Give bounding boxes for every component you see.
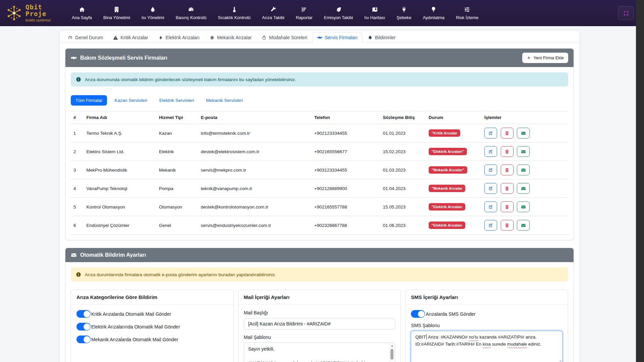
email-button[interactable] <box>517 201 530 212</box>
cell-phone: +903123334455 <box>312 161 380 179</box>
nav-item-10[interactable]: Şebeke <box>396 6 411 20</box>
delete-button[interactable] <box>501 220 514 231</box>
info-circle-icon <box>76 272 81 277</box>
cell-row-number: 1 <box>71 124 84 142</box>
email-button[interactable] <box>517 146 530 157</box>
nav-item-11[interactable]: Aydınlatma <box>423 6 445 20</box>
textarea-resize-handle[interactable] <box>558 360 561 362</box>
scrollbar-thumb[interactable] <box>390 349 393 360</box>
cell-contract-end: 01.06.2023 <box>380 216 426 235</box>
scrollbar-up-arrow[interactable]: ▲ <box>391 343 393 348</box>
nav-item-9[interactable]: Isı Haritası <box>364 6 385 20</box>
textarea-scrollbar[interactable]: ▲ ▼ <box>389 343 394 362</box>
expand-icon <box>623 10 629 16</box>
cell-email: servis@mekpro.com.tr <box>198 161 312 179</box>
mail-toggle-row: Elektrik Arızalarında Otomatik Mail Gönd… <box>76 323 228 330</box>
edit-button[interactable] <box>484 128 497 138</box>
fullscreen-button[interactable] <box>618 6 634 20</box>
tab-7[interactable]: Bildirimler <box>363 32 400 43</box>
mail-subject-input[interactable] <box>244 318 395 329</box>
handshake-icon <box>71 55 77 61</box>
bolt-icon <box>158 35 163 40</box>
mail-toggle-switch[interactable] <box>76 336 91 343</box>
email-button[interactable] <box>517 183 530 194</box>
cell-actions <box>482 142 568 161</box>
delete-button[interactable] <box>501 128 514 138</box>
column-header: İşlemler <box>482 111 568 124</box>
report-icon <box>301 6 307 13</box>
cell-company-name: MekPro Mühendislik <box>84 161 157 179</box>
status-badge: "Elektrik Arızaları <box>429 203 465 210</box>
trash-icon <box>504 204 509 209</box>
nav-item-7[interactable]: Raporlar <box>296 6 313 20</box>
envelope-icon <box>521 168 526 173</box>
status-badge: "Kritik Arızalar <box>429 129 460 137</box>
cell-service-type: Pompa <box>156 179 198 198</box>
email-button[interactable] <box>517 165 530 175</box>
table-row: 2 Elektro Sistem Ltd. Elektrik destek@el… <box>71 142 568 161</box>
envelope-icon <box>521 149 526 154</box>
mail-toggle-row: Mekanik Arızalarda Otomatik Mail Gönder <box>76 336 228 343</box>
mail-template-textarea[interactable]: Sayın yetkili, #KAZANNO# numaralı kazand… <box>244 343 395 362</box>
trash-icon <box>504 168 509 173</box>
email-button[interactable] <box>517 128 530 138</box>
filter-button-3[interactable]: Elektrik Servisleri <box>155 95 199 106</box>
cell-row-number: 3 <box>71 161 84 179</box>
tab-6[interactable]: Servis Firmaları <box>313 32 362 43</box>
tab-4[interactable]: Mekanik Arızalar <box>205 32 256 43</box>
nav-item-2[interactable]: Bina Yönetimi <box>103 6 130 20</box>
delete-button[interactable] <box>501 183 514 194</box>
delete-button[interactable] <box>501 165 514 175</box>
mail-toggle-switch[interactable] <box>76 310 91 318</box>
cell-company-name: Endüstriyel Çözümler <box>84 216 157 235</box>
service-card-title: Bakım Sözleşmeli Servis Firmaları <box>71 55 167 61</box>
cell-actions <box>482 179 568 198</box>
plus-icon <box>527 56 531 60</box>
cell-service-type: Elektrik <box>156 142 198 161</box>
sms-template-textarea[interactable]: QBIT Ariza: #KAZANNO# no'lu kazanda #ARI… <box>411 331 562 362</box>
nav-item-6[interactable]: Arıza Takibi <box>262 6 284 20</box>
nav-item-4[interactable]: Basınç Kontrolü <box>176 6 207 20</box>
tab-1[interactable]: Genel Durum <box>63 32 108 43</box>
thermometer-icon <box>231 6 237 13</box>
cell-phone: +902165557788 <box>312 198 380 216</box>
sms-template-text: QBIT Ariza: #KAZANNO# no'lu kazanda #ARI… <box>415 334 558 348</box>
mail-toggle-switch[interactable] <box>76 323 91 330</box>
cell-phone: +902165556677 <box>312 142 380 161</box>
nav-item-3[interactable]: Isı Yönetimi <box>142 6 164 20</box>
filter-button-4[interactable]: Mekanik Servisleri <box>201 95 248 106</box>
mail-content-panel: Mail İçeriği Ayarları Mail Başlığı Mail … <box>238 290 401 362</box>
edit-button[interactable] <box>484 165 497 175</box>
filter-button-1[interactable]: Tüm Firmalar <box>71 95 107 106</box>
cell-contract-end: 01.04.2023 <box>380 179 426 198</box>
edit-button[interactable] <box>484 183 497 194</box>
delete-button[interactable] <box>501 146 514 157</box>
edit-button[interactable] <box>484 146 497 157</box>
cell-email: info@termoteknik.com.tr <box>198 124 312 142</box>
brand-logo[interactable]: Qbit Proje builds systems/ <box>5 4 64 22</box>
warning-icon <box>113 35 118 40</box>
sms-toggle-switch[interactable] <box>411 310 425 318</box>
panel-title: Arıza Kategorilerine Göre Bildirim <box>71 290 233 305</box>
cell-row-number: 4 <box>71 179 84 198</box>
panel-title: SMS İçeriği Ayarları <box>406 290 568 305</box>
email-button[interactable] <box>517 220 530 231</box>
nav-item-1[interactable]: Ana Sayfa <box>72 6 92 20</box>
tab-3[interactable]: Elektrik Arızaları <box>154 32 204 43</box>
nav-item-8[interactable]: Emisyon Takibi <box>324 6 353 20</box>
text-cursor <box>426 334 427 340</box>
table-row: 3 MekPro Mühendislik Mekanik servis@mekp… <box>71 161 568 179</box>
tab-2[interactable]: Kritik Arızalar <box>108 32 153 43</box>
filter-button-2[interactable]: Kazan Servisleri <box>110 95 152 106</box>
nav-item-5[interactable]: Sıcaklık Kontrolü <box>218 6 251 20</box>
cell-status: "Mekanik Arızalar <box>426 179 482 198</box>
cell-phone: +902128889900 <box>312 179 380 198</box>
tab-5[interactable]: Müdahale Süreleri <box>257 32 312 43</box>
edit-button[interactable] <box>484 220 497 231</box>
edit-button[interactable] <box>484 201 497 212</box>
delete-button[interactable] <box>501 201 514 212</box>
nav-item-12[interactable]: Risk İzleme <box>456 6 478 20</box>
add-company-button[interactable]: Yeni Firma Ekle <box>522 53 568 63</box>
envelope-icon <box>71 252 77 258</box>
map-icon <box>372 6 378 13</box>
